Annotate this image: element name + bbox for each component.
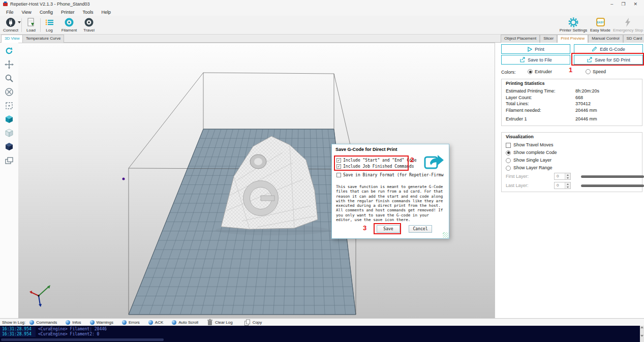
- travel-visibility-icon: [80, 17, 98, 27]
- spinner-arrows-icon[interactable]: [565, 173, 570, 179]
- show-layers-button[interactable]: [4, 156, 15, 166]
- connect-dropdown-arrow[interactable]: [18, 21, 21, 23]
- print-button[interactable]: Print: [501, 44, 570, 54]
- save-binary-format-checkbox[interactable]: Save in Binary Format (for Repetier-Firm…: [336, 173, 447, 177]
- toggle-warnings[interactable]: Warnings: [90, 320, 114, 325]
- toggle-errors[interactable]: Errors: [122, 320, 140, 325]
- toggle-ack[interactable]: ACK: [148, 320, 163, 325]
- dialog-resize-grip[interactable]: [443, 232, 448, 238]
- last-layer-spinner[interactable]: 0: [554, 182, 571, 189]
- window-title: Repetier-Host V2.1.3 - Phone_Stand03: [10, 2, 90, 7]
- easy-mode-button[interactable]: EASY Easy Mode: [590, 17, 611, 33]
- log-message: <CuraEngine> Filament: 20446: [36, 327, 107, 332]
- top-view-button[interactable]: [4, 142, 15, 152]
- easy-badge-icon: EASY: [590, 17, 611, 27]
- radio-icon: [506, 158, 511, 163]
- log-button[interactable]: Log: [42, 17, 57, 33]
- log-vertical-scrollbar[interactable]: [640, 326, 644, 337]
- show-complete-code-radio[interactable]: ● Show complete Code: [506, 149, 638, 157]
- extruder-color-radio[interactable]: ● Extruder: [528, 69, 552, 74]
- radio-icon: [506, 166, 511, 171]
- log-output[interactable]: 16:31:28.954 <CuraEngine> Filament: 2044…: [0, 326, 640, 337]
- annotation-step-3: 3: [363, 224, 366, 232]
- isometric-view-button[interactable]: [4, 114, 15, 125]
- view-toolbar: [0, 43, 18, 318]
- play-icon: [527, 47, 532, 52]
- save-for-sd-print-button[interactable]: Save for SD Print: [574, 55, 643, 65]
- stat-value: 20446 mm: [575, 116, 597, 122]
- menu-view[interactable]: View: [18, 10, 36, 15]
- tab-slicer[interactable]: Slicer: [540, 35, 557, 43]
- title-bar: Repetier-Host V2.1.3 - Phone_Stand03 – ❐…: [0, 0, 644, 8]
- zoom-view-button[interactable]: [4, 73, 15, 83]
- connect-button[interactable]: Connect: [1, 17, 20, 33]
- reset-view-button[interactable]: [4, 87, 15, 97]
- show-single-layer-radio[interactable]: Show Single Layer: [506, 157, 638, 164]
- menu-tools[interactable]: Tools: [78, 10, 97, 15]
- rotate-view-button[interactable]: [4, 46, 15, 56]
- axes-indicator: [29, 285, 50, 307]
- load-document-icon: [23, 17, 39, 27]
- right-panel-tabs: Object Placement Slicer Print Preview Ma…: [501, 35, 644, 43]
- tab-sd-card[interactable]: SD Card: [623, 35, 644, 43]
- dialog-title: Save G-Code for Direct Print: [335, 147, 397, 152]
- first-layer-slider[interactable]: [581, 175, 644, 178]
- menu-bar: File View Config Printer Tools Help: [0, 8, 644, 16]
- toggle-sphere-icon: [66, 320, 70, 325]
- filament-toggle-button[interactable]: Filament: [59, 17, 79, 33]
- toggle-infos[interactable]: Infos: [66, 320, 81, 325]
- tab-object-placement[interactable]: Object Placement: [501, 35, 540, 43]
- log-timestamp: 16:31:28.954: [0, 332, 36, 337]
- first-layer-row: First Layer: 0: [506, 172, 638, 181]
- radio-icon: ●: [528, 69, 533, 74]
- log-line: 16:31:28.954 <CuraEngine> Filament: 2044…: [0, 327, 640, 332]
- edit-gcode-button[interactable]: Edit G-Code: [574, 44, 643, 54]
- first-layer-spinner[interactable]: 0: [554, 173, 571, 180]
- fit-view-button[interactable]: [4, 101, 15, 111]
- minimize-button[interactable]: –: [610, 2, 613, 7]
- checkbox-icon: [506, 143, 511, 148]
- copy-log-button[interactable]: Copy: [244, 319, 262, 326]
- stat-row: Filament needed:20446 mm: [506, 107, 638, 114]
- clear-log-button[interactable]: Clear Log: [207, 319, 233, 326]
- printer-settings-button[interactable]: Printer Settings: [558, 17, 589, 33]
- toggle-sphere-icon: [148, 320, 153, 325]
- scrollbar-thumb[interactable]: [1, 338, 164, 341]
- maximize-button[interactable]: ❐: [621, 2, 625, 7]
- annotation-step-1: 1: [569, 66, 572, 74]
- load-button[interactable]: Load: [23, 17, 39, 33]
- toggle-auto-scroll[interactable]: Auto Scroll: [172, 320, 198, 325]
- travel-toggle-button[interactable]: Travel: [80, 17, 98, 33]
- last-layer-row: Last Layer: 0: [506, 181, 638, 190]
- show-travel-moves-checkbox[interactable]: Show Travel Moves: [506, 141, 638, 149]
- dialog-save-button[interactable]: Save: [377, 225, 400, 233]
- include-job-finished-commands-checkbox[interactable]: ✓ Include Job Finished Commands: [336, 164, 447, 169]
- copy-icon: [244, 319, 251, 326]
- log-message: <CuraEngine> Filament2: 0: [36, 332, 99, 337]
- show-in-log-label: Show in Log:: [0, 320, 29, 325]
- include-start-end-code-checkbox[interactable]: ✓ Include "Start" and "End" Code: [336, 158, 447, 163]
- last-layer-slider[interactable]: [581, 184, 644, 187]
- menu-help[interactable]: Help: [97, 10, 115, 15]
- menu-config[interactable]: Config: [36, 10, 57, 15]
- tab-print-preview[interactable]: Print Preview: [557, 35, 588, 43]
- show-layer-range-radio[interactable]: Show Layer Range: [506, 164, 638, 172]
- move-view-button[interactable]: [4, 59, 15, 70]
- save-to-file-button[interactable]: Save to File: [501, 55, 570, 65]
- tab-manual-control[interactable]: Manual Control: [588, 35, 623, 43]
- tab-3d-view[interactable]: 3D View: [1, 35, 23, 43]
- menu-file[interactable]: File: [2, 10, 18, 15]
- stat-value: 20446 mm: [575, 107, 597, 114]
- toggle-commands[interactable]: Commands: [29, 320, 57, 325]
- front-view-button[interactable]: [4, 128, 15, 138]
- log-horizontal-scrollbar[interactable]: [0, 337, 640, 342]
- spinner-arrows-icon[interactable]: [565, 182, 570, 189]
- menu-printer[interactable]: Printer: [57, 10, 79, 15]
- close-button[interactable]: ✕: [633, 2, 637, 7]
- checkbox-icon: [336, 173, 341, 177]
- dialog-cancel-button[interactable]: Cancel: [409, 225, 432, 233]
- filament-visibility-icon: [59, 17, 79, 27]
- visualization-title: Visualization: [506, 134, 638, 139]
- tab-temperature-curve[interactable]: Temperature Curve: [22, 35, 64, 43]
- speed-color-radio[interactable]: Speed: [586, 69, 606, 74]
